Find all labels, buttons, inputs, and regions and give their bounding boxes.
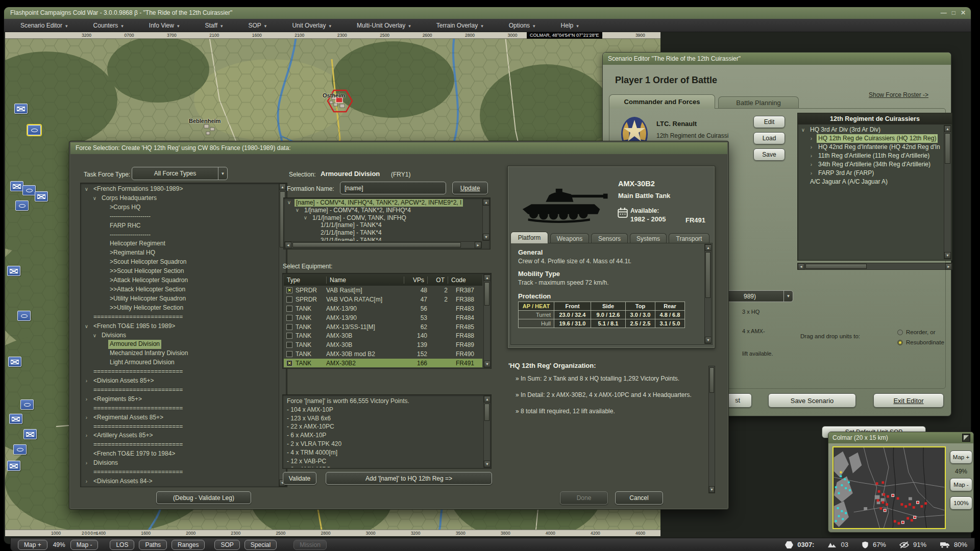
scroll-thumb[interactable]	[484, 282, 489, 306]
equipment-checkbox[interactable]: ✕	[286, 287, 292, 293]
unit-counter[interactable]	[9, 414, 22, 424]
window-titlebar[interactable]: Flashpoint Campaigns Cold War - 3.0.0.98…	[4, 7, 971, 19]
formation-tree-item[interactable]: <French TO&E 1979 to 1984>	[82, 449, 278, 459]
tree-arrow-icon[interactable]: ∨	[83, 322, 90, 331]
equipment-checkbox[interactable]	[286, 296, 292, 303]
tree-arrow-icon[interactable]: ›	[808, 143, 815, 152]
maximize-icon[interactable]: □	[952, 7, 955, 19]
unit-counter[interactable]	[22, 185, 36, 195]
formation-tree-item[interactable]: >Utility Helicopter Squadron	[82, 294, 278, 304]
unit-counter[interactable]	[14, 104, 28, 114]
scroll-down-icon[interactable]: ▼	[484, 461, 491, 467]
equipment-row[interactable]: TANK AMX-13/90 56 FR483	[284, 304, 482, 313]
show-force-roster-link[interactable]: Show Force Roster ->	[869, 91, 928, 98]
formation-tree-item[interactable]: >>Utility Helicopter Section	[82, 304, 278, 313]
equipment-row[interactable]: TANK AMX-13/90 53 FR484	[284, 313, 482, 322]
formation-tree-item[interactable]: >Attack Helicopter Squadron	[82, 276, 278, 285]
formation-tree-item[interactable]: =========================	[82, 440, 278, 449]
scroll-thumb[interactable]	[484, 404, 489, 421]
formation-tree-item[interactable]: › <Division Assets 84->	[82, 477, 278, 486]
formation-tree-item[interactable]: ∨ <French Formations 1980-1989>	[82, 185, 278, 194]
unit-counter[interactable]	[10, 181, 23, 191]
los-button[interactable]: LOS	[110, 540, 134, 550]
scroll-thumb[interactable]	[705, 252, 710, 298]
close-icon[interactable]: ✕	[961, 7, 966, 19]
structure-tree-item[interactable]: ∨ 1/[name] - COMV*4, TANK*2, INFHQ*4	[285, 207, 475, 214]
tree-arrow-icon[interactable]: ∨	[91, 194, 98, 203]
unit-counter[interactable]	[13, 444, 27, 455]
scroll-up-icon[interactable]: ▲	[944, 126, 951, 132]
chevron-down-icon[interactable]: ▼	[218, 167, 227, 180]
paths-button[interactable]: Paths	[139, 540, 167, 550]
scroll-down-icon[interactable]: ▼	[484, 361, 491, 367]
save-commander-button[interactable]: Save	[753, 148, 785, 161]
scroll-down-icon[interactable]: ▼	[483, 234, 489, 240]
structure-tree-item[interactable]: ∨ [name] - COMV*4, INFHQ*4, TANK*2, APCW…	[285, 199, 475, 207]
formation-tree-item[interactable]: › <Division Assets 85+>	[82, 377, 278, 386]
column-code[interactable]: Code	[448, 277, 481, 284]
validate-button[interactable]: Validate	[283, 472, 316, 485]
map-zoom-out-button[interactable]: Map -	[70, 540, 99, 550]
detail-tab[interactable]: Sensors	[591, 233, 628, 243]
formation-tree-item[interactable]: =========================	[82, 313, 278, 322]
minimize-icon[interactable]: —	[941, 7, 947, 19]
chevron-down-icon[interactable]: ▼	[783, 291, 793, 302]
structure-tree-item[interactable]: 1/1/1/[name] - TANK*4	[285, 221, 475, 229]
radio-off-icon[interactable]	[897, 330, 903, 335]
menu-item[interactable]: SOP	[241, 22, 274, 29]
scroll-right-icon[interactable]: ►	[475, 242, 481, 248]
structure-horizontal-scrollbar[interactable]: ◄ ►	[284, 241, 482, 248]
formation-tree-item[interactable]: ∨ Divisions	[82, 331, 278, 340]
dialog-title[interactable]: Force Selection: Create 'HQ 12th Reg' us…	[70, 142, 727, 154]
equipment-scrollbar[interactable]: ▲ ▼	[483, 274, 491, 368]
tree-arrow-icon[interactable]: ›	[808, 160, 815, 169]
equipment-checkbox[interactable]	[286, 351, 292, 357]
radio-on-icon[interactable]	[897, 340, 903, 345]
tree-arrow-icon[interactable]: ∨	[83, 185, 90, 194]
mission-button[interactable]: Mission	[293, 540, 327, 550]
scroll-down-icon[interactable]: ▼	[705, 337, 712, 343]
summary-scrollbar[interactable]: ▲ ▼	[483, 395, 491, 468]
scroll-down-icon[interactable]: ▼	[944, 252, 951, 259]
tab-battle-planning[interactable]: Battle Planning	[718, 96, 799, 109]
equipment-checkbox[interactable]	[286, 306, 292, 312]
formation-tree-item[interactable]: › <Artillery Assets 85+>	[82, 431, 278, 440]
scroll-thumb[interactable]	[709, 367, 714, 393]
detail-scrollbar[interactable]: ▲ ▼	[704, 244, 712, 344]
formation-tree-item[interactable]: >Regimental HQ	[82, 248, 278, 258]
scroll-thumb[interactable]	[292, 242, 461, 247]
formation-tree-item[interactable]: › <Regiments 85+>	[82, 395, 278, 404]
scroll-up-icon[interactable]: ▲	[279, 184, 286, 190]
formation-tree-item[interactable]: >>Scout Helicopter Section	[82, 267, 278, 276]
oob-tree-vertical-scrollbar[interactable]: ▲ ▼	[944, 125, 951, 259]
tree-arrow-icon[interactable]: ›	[808, 169, 815, 178]
unit-counter[interactable]	[7, 461, 20, 471]
unit-counter[interactable]	[8, 357, 21, 367]
add-formation-button[interactable]: Add '[name]' to HQ 12th Reg =>	[326, 472, 492, 485]
equipment-row[interactable]: SPRDR VAB VOA RATAC[m] 47 2 FR388	[284, 295, 482, 304]
sop-button[interactable]: SOP	[214, 540, 239, 550]
formation-tree-item[interactable]: >Corps HQ	[82, 203, 278, 212]
formation-tree-item[interactable]: ∨ Corps Headquarters	[82, 194, 278, 203]
formation-tree-item[interactable]: Mechanized Infantry Division	[82, 349, 278, 358]
scroll-up-icon[interactable]: ▲	[484, 396, 491, 403]
scroll-up-icon[interactable]: ▲	[484, 274, 491, 281]
menu-item[interactable]: Scenario Editor	[13, 22, 75, 29]
oob-tree-item[interactable]: A/C Jaguar A (A/C Jaguar A)	[799, 178, 944, 186]
menu-item[interactable]: Help	[554, 22, 586, 29]
formation-name-input[interactable]	[340, 182, 446, 194]
column-ot[interactable]: OT	[428, 277, 448, 284]
menu-item[interactable]: Info View	[142, 22, 187, 29]
organization-scrollbar[interactable]: ▼	[708, 366, 715, 493]
load-commander-button[interactable]: Load	[753, 132, 785, 144]
minimap-full-zoom-button[interactable]: 100%	[950, 496, 972, 510]
detail-tab[interactable]: Weapons	[550, 233, 589, 243]
scroll-left-icon[interactable]: ◄	[285, 242, 291, 248]
structure-vertical-scrollbar[interactable]: ▲ ▼	[482, 198, 489, 241]
column-name[interactable]: Name	[327, 277, 404, 284]
tree-arrow-icon[interactable]: ›	[83, 431, 90, 440]
unit-counter[interactable]	[15, 201, 29, 211]
oob-tree-item[interactable]: › HQ 12th Reg de Cuirassiers (HQ 12th Re…	[799, 134, 944, 143]
scroll-up-icon[interactable]: ▲	[483, 199, 489, 206]
menu-item[interactable]: Counters	[86, 22, 131, 29]
